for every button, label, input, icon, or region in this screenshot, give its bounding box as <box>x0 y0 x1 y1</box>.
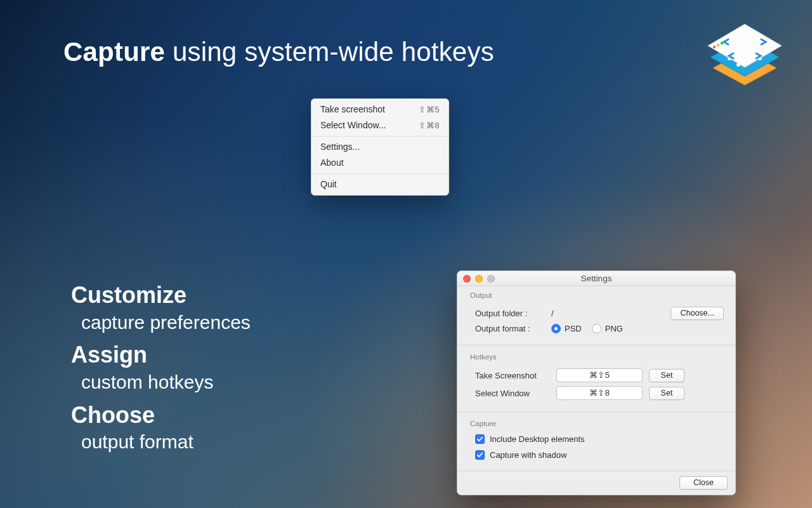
hotkey-label: Select Window <box>475 389 550 398</box>
menu-item-about[interactable]: About <box>311 155 449 171</box>
settings-window: Settings Output Output folder : / Choose… <box>457 271 736 495</box>
menu-item-label: Quit <box>320 178 337 190</box>
menu-item-shortcut: ⇧⌘5 <box>419 104 440 116</box>
radio-psd[interactable]: PSD <box>551 324 582 333</box>
menu-item-label: Settings... <box>320 141 360 153</box>
divider <box>457 411 735 412</box>
radio-label: PSD <box>565 324 582 333</box>
feature-list: Customize capture preferences Assign cus… <box>71 281 251 460</box>
hotkey-field-take-screenshot[interactable]: ⌘⇧5 <box>556 368 643 382</box>
page-title-rest: using system-wide hotkeys <box>165 37 494 67</box>
menu-item-label: About <box>320 157 344 169</box>
checkbox-label: Include Desktop elements <box>490 434 585 444</box>
app-logo-icon <box>700 14 789 90</box>
svg-point-8 <box>717 44 719 46</box>
menu-separator <box>311 136 449 137</box>
checkbox-icon <box>475 434 485 444</box>
radio-icon <box>551 324 561 333</box>
group-label-output: Output <box>457 286 735 300</box>
feature-strong: Customize <box>71 281 251 311</box>
window-title: Settings <box>581 274 612 283</box>
radio-label: PNG <box>605 324 623 333</box>
feature-sub: custom hotkeys <box>71 370 251 394</box>
set-hotkey-button[interactable]: Set <box>649 369 684 382</box>
radio-png[interactable]: PNG <box>592 324 623 333</box>
page-title-strong: Capture <box>63 37 165 67</box>
feature-sub: capture preferences <box>71 311 251 335</box>
window-titlebar[interactable]: Settings <box>457 271 735 286</box>
hotkey-field-select-window[interactable]: ⌘⇧8 <box>556 386 643 400</box>
traffic-lights <box>463 275 495 283</box>
radio-icon <box>592 324 601 333</box>
menu-separator <box>311 173 449 174</box>
output-format-label: Output format : <box>475 324 545 333</box>
checkbox-include-desktop[interactable]: Include Desktop elements <box>475 434 585 444</box>
checkbox-capture-shadow[interactable]: Capture with shadow <box>475 450 566 460</box>
menu-item-label: Select Window... <box>320 119 386 131</box>
hotkey-label: Take Screenshot <box>475 371 550 380</box>
context-menu: Take screenshot ⇧⌘5 Select Window... ⇧⌘8… <box>311 98 449 196</box>
svg-point-9 <box>721 42 723 44</box>
menu-item-label: Take screenshot <box>320 104 385 116</box>
svg-point-7 <box>713 46 716 48</box>
output-folder-label: Output folder : <box>475 309 545 318</box>
page-title: Capture using system-wide hotkeys <box>63 37 494 67</box>
menu-item-settings[interactable]: Settings... <box>311 139 449 155</box>
feature-sub: output format <box>71 430 251 454</box>
checkbox-icon <box>475 450 485 460</box>
window-minimize-button[interactable] <box>475 275 483 283</box>
menu-item-shortcut: ⇧⌘8 <box>419 119 440 131</box>
menu-item-take-screenshot[interactable]: Take screenshot ⇧⌘5 <box>311 102 449 117</box>
divider <box>457 345 735 345</box>
output-folder-value: / <box>551 309 554 318</box>
menu-item-select-window[interactable]: Select Window... ⇧⌘8 <box>311 117 449 133</box>
choose-folder-button[interactable]: Choose... <box>671 307 724 320</box>
feature-strong: Assign <box>71 340 251 370</box>
feature-strong: Choose <box>71 401 251 431</box>
window-close-button[interactable] <box>463 275 471 283</box>
group-label-capture: Capture <box>457 415 735 429</box>
set-hotkey-button[interactable]: Set <box>649 387 684 400</box>
close-button[interactable]: Close <box>679 476 728 490</box>
checkbox-label: Capture with shadow <box>490 450 566 460</box>
group-label-hotkeys: Hotkeys <box>457 348 735 362</box>
window-zoom-button[interactable] <box>487 275 495 283</box>
menu-item-quit[interactable]: Quit <box>311 177 449 192</box>
